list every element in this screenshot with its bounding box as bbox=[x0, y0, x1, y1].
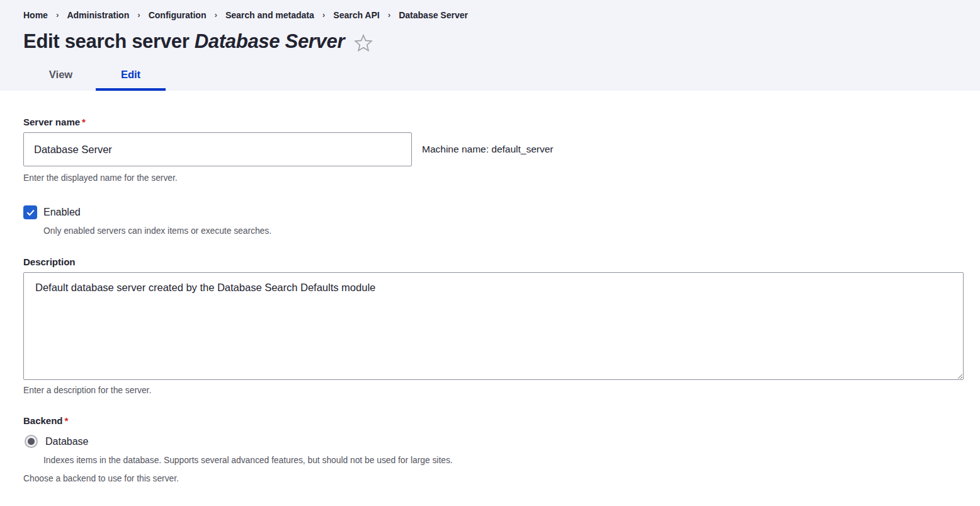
backend-field: Backend* Database Indexes items in the d… bbox=[23, 416, 964, 484]
description-label: Description bbox=[23, 257, 964, 267]
backend-help: Choose a backend to use for this server. bbox=[23, 474, 964, 484]
breadcrumb-separator: › bbox=[137, 10, 140, 20]
description-help: Enter a description for the server. bbox=[23, 386, 964, 396]
page-title-prefix: Edit search server bbox=[23, 30, 195, 52]
backend-database-radio[interactable] bbox=[25, 435, 38, 448]
server-name-label: Server name* bbox=[23, 117, 964, 127]
description-textarea[interactable]: Default database server created by the D… bbox=[23, 272, 964, 380]
breadcrumb-separator: › bbox=[214, 10, 217, 20]
backend-label: Backend* bbox=[23, 416, 964, 426]
required-marker: * bbox=[65, 415, 69, 426]
primary-tabs: View Edit bbox=[26, 69, 964, 91]
radio-selected-dot bbox=[28, 438, 35, 445]
page-title: Edit search server Database Server bbox=[23, 31, 345, 52]
description-field: Description Default database server crea… bbox=[23, 257, 964, 396]
enabled-field: Enabled Only enabled servers can index i… bbox=[23, 205, 964, 236]
enabled-label[interactable]: Enabled bbox=[43, 207, 81, 218]
tab-view[interactable]: View bbox=[26, 69, 96, 91]
page-header: Home › Administration › Configuration › … bbox=[0, 0, 980, 91]
server-name-help: Enter the displayed name for the server. bbox=[23, 173, 964, 183]
backend-database-help: Indexes items in the database. Supports … bbox=[43, 456, 964, 466]
backend-database-label[interactable]: Database bbox=[45, 436, 89, 447]
breadcrumb: Home › Administration › Configuration › … bbox=[23, 10, 964, 20]
breadcrumb-home[interactable]: Home bbox=[23, 10, 48, 20]
required-marker: * bbox=[82, 117, 86, 127]
breadcrumb-configuration[interactable]: Configuration bbox=[149, 10, 207, 20]
shortcut-star-icon[interactable] bbox=[354, 33, 373, 52]
enabled-help: Only enabled servers can index items or … bbox=[43, 226, 964, 236]
breadcrumb-search-and-metadata[interactable]: Search and metadata bbox=[225, 10, 314, 20]
breadcrumb-separator: › bbox=[388, 10, 391, 20]
breadcrumb-separator: › bbox=[322, 10, 326, 20]
checkmark-icon bbox=[26, 208, 35, 217]
breadcrumb-search-api[interactable]: Search API bbox=[333, 10, 379, 20]
backend-label-text: Backend bbox=[23, 415, 63, 426]
edit-server-form: Server name* Machine name: default_serve… bbox=[0, 91, 980, 484]
tab-edit[interactable]: Edit bbox=[96, 69, 166, 91]
machine-name-text: Machine name: default_server bbox=[422, 144, 554, 155]
enabled-checkbox[interactable] bbox=[23, 205, 37, 219]
server-name-label-text: Server name bbox=[23, 117, 80, 127]
server-name-field: Server name* Machine name: default_serve… bbox=[23, 117, 964, 183]
breadcrumb-separator: › bbox=[56, 10, 59, 20]
page-title-entity: Database Server bbox=[195, 30, 345, 52]
breadcrumb-administration[interactable]: Administration bbox=[67, 10, 129, 20]
breadcrumb-database-server[interactable]: Database Server bbox=[399, 10, 468, 20]
server-name-input[interactable] bbox=[23, 132, 412, 166]
